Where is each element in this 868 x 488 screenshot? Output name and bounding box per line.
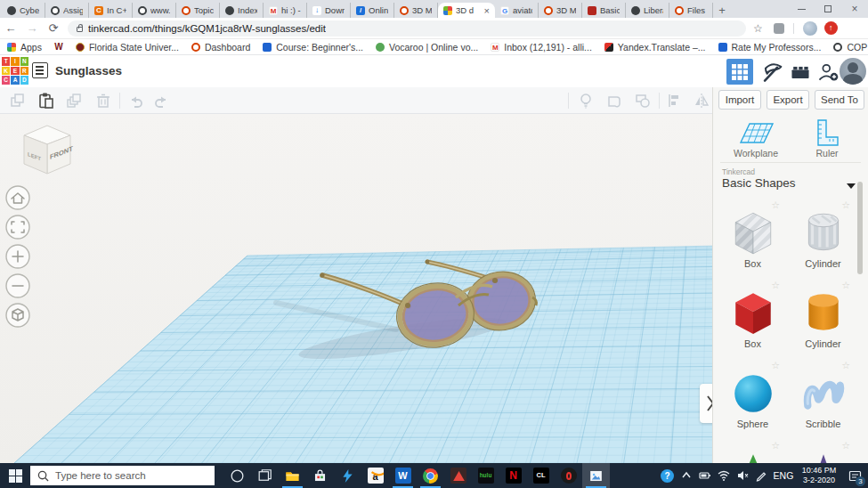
language-indicator[interactable]: ENG: [770, 470, 797, 481]
wifi-icon[interactable]: [714, 463, 733, 488]
paste-button[interactable]: [37, 92, 55, 110]
action-center-button[interactable]: 3: [841, 463, 868, 488]
shape-item-box[interactable]: ☆Box: [720, 278, 785, 358]
maximize-button[interactable]: [815, 0, 841, 18]
store-taskbar-icon[interactable]: [306, 463, 334, 488]
minecraft-mode-button[interactable]: [758, 59, 784, 85]
workplane-icon[interactable]: [738, 118, 775, 148]
show-all-button[interactable]: [577, 92, 595, 110]
shape-item-cylinder[interactable]: ☆Cylinder: [791, 198, 856, 278]
bookmark-item[interactable]: COP 3330: [833, 42, 868, 53]
browser-tab[interactable]: Basic P: [582, 3, 626, 18]
tinkercad-logo[interactable]: TINKERCAD: [2, 57, 28, 85]
hidden-icons-chevron[interactable]: [677, 463, 695, 488]
favorite-star-icon[interactable]: ☆: [841, 440, 850, 451]
browser-tab[interactable]: Cyber-C: [2, 3, 45, 18]
extension-icon[interactable]: [774, 23, 784, 34]
send-to-button[interactable]: Send To: [815, 90, 864, 110]
shape-item-roof-green[interactable]: ☆: [720, 438, 785, 463]
user-avatar[interactable]: [840, 58, 866, 85]
bolt-taskbar-icon[interactable]: [334, 463, 361, 488]
browser-profile-avatar[interactable]: [803, 21, 817, 36]
mirror-button[interactable]: [693, 92, 710, 110]
close-button[interactable]: ×: [841, 0, 868, 18]
invite-button[interactable]: [815, 59, 841, 85]
browser-tab[interactable]: /Online: [351, 3, 394, 18]
shape-item-box[interactable]: ☆Box: [720, 198, 785, 278]
minimize-button[interactable]: [788, 0, 815, 18]
bookmark-item[interactable]: Course: Beginner's...: [263, 42, 363, 53]
group-button[interactable]: [605, 92, 623, 110]
export-button[interactable]: Export: [767, 90, 809, 110]
import-button[interactable]: Import: [718, 90, 761, 110]
new-tab-button[interactable]: +: [713, 3, 731, 18]
shape-item-scribble[interactable]: ☆Scribble: [791, 358, 856, 438]
task-view-taskbar-icon[interactable]: [251, 463, 279, 488]
browser-tab[interactable]: 3D Mo: [394, 3, 438, 18]
browser-tab[interactable]: 3D d×: [438, 3, 495, 18]
shape-item-cylinder[interactable]: ☆Cylinder: [791, 278, 856, 358]
volume-muted-icon[interactable]: [733, 463, 751, 488]
battery-icon[interactable]: [695, 463, 714, 488]
bookmark-item[interactable]: W: [54, 43, 63, 52]
ruler-icon[interactable]: [813, 118, 841, 148]
favorite-star-icon[interactable]: ☆: [771, 199, 780, 211]
amazon-taskbar-icon[interactable]: a: [361, 463, 389, 488]
bookmark-item[interactable]: MInbox (12,191) - alli...: [491, 42, 592, 53]
netflix-taskbar-icon[interactable]: N: [499, 463, 527, 488]
browser-tab[interactable]: Gaviator: [495, 3, 539, 18]
bookmark-item[interactable]: Yandex.Translate –...: [604, 42, 706, 53]
browser-tab[interactable]: Topic: C: [176, 3, 220, 18]
favorite-star-icon[interactable]: ☆: [771, 280, 780, 291]
copy-button[interactable]: [9, 92, 27, 110]
redo-button[interactable]: [153, 92, 171, 110]
word-taskbar-icon[interactable]: W: [389, 463, 417, 488]
reload-icon[interactable]: ⟳: [43, 21, 64, 35]
design-properties-icon[interactable]: [32, 62, 48, 78]
adobe-red-taskbar-icon[interactable]: [444, 463, 472, 488]
home-view-button[interactable]: [6, 186, 29, 209]
undo-button[interactable]: [126, 92, 144, 110]
favorite-star-icon[interactable]: ☆: [841, 280, 850, 291]
browser-tab[interactable]: Assignm: [45, 3, 89, 18]
align-button[interactable]: [666, 92, 684, 110]
3d-design-mode-button[interactable]: [726, 59, 753, 85]
browser-tab[interactable]: ↓Downlo: [307, 3, 351, 18]
delete-button[interactable]: [94, 92, 112, 110]
view-cube[interactable]: FRONT LEFT: [24, 126, 73, 174]
browser-tab[interactable]: Files: [669, 3, 713, 18]
shape-item-sphere[interactable]: ☆Sphere: [720, 358, 785, 438]
file-explorer-taskbar-icon[interactable]: [279, 463, 306, 488]
browser-tab[interactable]: Liberal: [626, 3, 669, 18]
bookmark-item[interactable]: Vocaroo | Online vo...: [376, 42, 478, 53]
opera-red-taskbar-icon[interactable]: [555, 463, 582, 488]
ungroup-button[interactable]: [634, 92, 652, 110]
chrome-update-icon[interactable]: ↑: [824, 21, 838, 35]
bookmark-star-icon[interactable]: ☆: [753, 22, 763, 35]
browser-tab[interactable]: www.cs: [133, 3, 176, 18]
taskbar-clock[interactable]: 10:46 PM 3-2-2020: [797, 466, 841, 485]
bookmark-item[interactable]: Rate My Professors...: [718, 42, 822, 53]
shape-item-pyramid-purple[interactable]: ☆: [791, 438, 856, 463]
browser-tab[interactable]: Index of: [220, 3, 264, 18]
chrome-taskbar-icon[interactable]: [417, 463, 444, 488]
browser-tab[interactable]: CIn C++: [89, 3, 133, 18]
fit-view-button[interactable]: [6, 216, 29, 239]
bookmark-item[interactable]: Dashboard: [191, 42, 250, 53]
help-tray-icon[interactable]: ?: [658, 463, 677, 488]
url-bar[interactable]: tinkercad.com/things/kGQM1jca8rW-sunglas…: [68, 20, 746, 37]
3d-viewport[interactable]: FRONT LEFT Edit Grid Snap Gr: [0, 114, 712, 463]
bookmark-item[interactable]: Apps: [7, 42, 42, 53]
category-caret-icon[interactable]: [847, 183, 856, 189]
favorite-star-icon[interactable]: ☆: [841, 199, 850, 211]
photos-taskbar-icon[interactable]: [582, 463, 610, 488]
bookmark-item[interactable]: Florida State Univer...: [76, 42, 179, 53]
panel-collapse-handle[interactable]: [700, 384, 712, 423]
shapes-category-select[interactable]: Basic Shapes: [722, 176, 796, 190]
panel-scrollbar[interactable]: [857, 182, 863, 274]
design-title[interactable]: Sunglasses: [55, 64, 122, 77]
favorite-star-icon[interactable]: ☆: [841, 360, 850, 371]
brick-mode-button[interactable]: [787, 59, 814, 85]
browser-tab[interactable]: 3D Mo: [539, 3, 582, 18]
favorite-star-icon[interactable]: ☆: [771, 360, 780, 371]
